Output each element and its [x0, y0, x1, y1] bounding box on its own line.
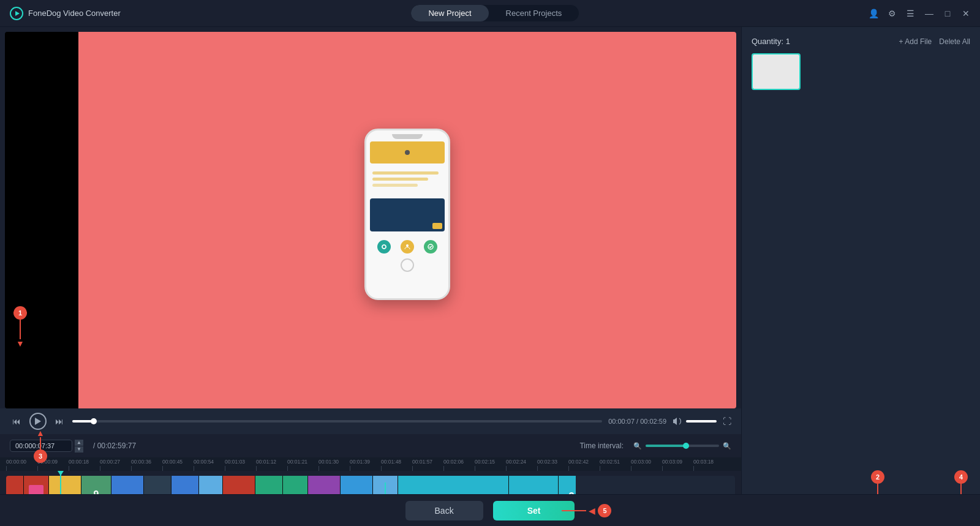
add-file-button[interactable]: + Add File [899, 37, 932, 46]
ruler-tick-5: 00:00:45 [162, 459, 194, 471]
zoom-in-icon[interactable]: 🔍 [723, 442, 731, 450]
quantity-label: Quantity: 1 [752, 37, 790, 46]
ruler-tick-21: 00:03:09 [662, 459, 693, 471]
ruler-tick-20: 00:03:00 [631, 459, 662, 471]
settings-icon[interactable]: ⚙ [888, 9, 897, 18]
title-bar: FoneDog Video Converter New Project Rece… [0, 0, 980, 27]
bottom-bar: Back Set ◀ 5 [0, 494, 980, 526]
delete-all-button[interactable]: Delete All [939, 37, 970, 46]
ruler-tick-10: 00:01:30 [318, 459, 350, 471]
zoom-out-icon[interactable]: 🔍 [633, 442, 642, 450]
total-timecode: / 00:02:59:77 [93, 441, 136, 450]
ruler-tick-1: 00:00:09 [37, 459, 69, 471]
svg-marker-5 [35, 418, 41, 425]
set-button[interactable]: Set [493, 501, 575, 520]
minimize-button[interactable]: — [925, 9, 933, 18]
video-preview [5, 32, 736, 408]
panel-actions: + Add File Delete All [899, 37, 970, 46]
interval-slider[interactable] [646, 445, 719, 447]
ruler-tick-4: 00:00:36 [131, 459, 162, 471]
play-button[interactable] [29, 413, 47, 430]
set-button-container: Set ◀ 5 [493, 501, 575, 520]
ruler-tick-0: 00:00:00 [6, 459, 37, 471]
nav-tabs: New Project Recent Projects [411, 5, 579, 21]
ruler-tick-2: 00:00:18 [69, 459, 100, 471]
fullscreen-button[interactable]: ⛶ [723, 416, 731, 426]
next-frame-button[interactable]: ⏭ [53, 414, 66, 429]
video-area: ⏮ ⏭ 00:00:07 / 00:02:59 ⛶ ▲ ▼ [0, 27, 741, 526]
thumbnail-grid [752, 53, 970, 90]
ruler-tick-3: 00:00:27 [100, 459, 131, 471]
volume-control [673, 417, 717, 426]
ruler-tick-13: 00:01:57 [412, 459, 443, 471]
interval-slider-container: 🔍 🔍 [633, 442, 731, 450]
tab-new-project[interactable]: New Project [411, 5, 488, 21]
time-display: 00:00:07 / 00:02:59 [608, 418, 666, 425]
time-interval-label: Time interval: [579, 441, 624, 450]
timecode-down-button[interactable]: ▼ [75, 446, 83, 453]
ruler-tick-17: 00:02:33 [537, 459, 568, 471]
video-frame [78, 32, 736, 408]
ruler-tick-14: 00:02:06 [443, 459, 475, 471]
video-controls: ⏮ ⏭ 00:00:07 / 00:02:59 ⛶ [0, 408, 741, 434]
window-controls: 👤 ⚙ ☰ — □ ✕ [870, 9, 970, 18]
main-layout: ⏮ ⏭ 00:00:07 / 00:02:59 ⛶ ▲ ▼ [0, 27, 980, 526]
timeline-header: ▲ ▼ / 00:02:59:77 Time interval: 🔍 🔍 [0, 434, 741, 457]
ruler-tick-15: 00:02:15 [475, 459, 506, 471]
ruler-tick-6: 00:00:54 [194, 459, 225, 471]
volume-slider[interactable] [686, 420, 717, 423]
tab-recent-projects[interactable]: Recent Projects [489, 5, 579, 21]
volume-icon[interactable] [673, 417, 682, 426]
ruler-tick-19: 00:02:51 [600, 459, 631, 471]
app-branding: FoneDog Video Converter [10, 7, 121, 20]
timeline-ruler: 00:00:00 00:00:09 00:00:18 00:00:27 00:0… [0, 457, 741, 471]
ruler-tick-18: 00:02:42 [568, 459, 600, 471]
panel-header: Quantity: 1 + Add File Delete All [752, 37, 970, 46]
prev-frame-button[interactable]: ⏮ [10, 414, 23, 429]
svg-point-3 [406, 244, 409, 247]
panel-spacer [752, 90, 970, 498]
ruler-tick-12: 00:01:48 [381, 459, 412, 471]
phone-illustration [358, 129, 456, 312]
menu-icon[interactable]: ☰ [907, 9, 915, 18]
ruler-tick-7: 00:01:03 [225, 459, 256, 471]
timecode-up-button[interactable]: ▲ [75, 440, 83, 446]
svg-marker-1 [15, 11, 20, 16]
timecode-input[interactable] [10, 440, 72, 452]
profile-icon[interactable]: 👤 [870, 9, 878, 18]
app-title: FoneDog Video Converter [28, 9, 121, 18]
right-panel: Quantity: 1 + Add File Delete All 2 ▼ [741, 27, 980, 526]
app-logo-icon [10, 7, 23, 20]
thumbnail-item-1[interactable] [752, 53, 801, 90]
ruler-tick-22: 00:03:18 [693, 459, 725, 471]
ruler-tick-16: 00:02:24 [506, 459, 537, 471]
progress-bar[interactable] [72, 420, 602, 423]
close-button[interactable]: ✕ [962, 9, 970, 18]
timecode-stepper: ▲ ▼ [75, 440, 83, 453]
back-button[interactable]: Back [405, 501, 483, 520]
ruler-tick-8: 00:01:12 [256, 459, 287, 471]
maximize-button[interactable]: □ [943, 9, 952, 18]
ruler-tick-11: 00:01:39 [350, 459, 381, 471]
ruler-tick-9: 00:01:21 [287, 459, 318, 471]
